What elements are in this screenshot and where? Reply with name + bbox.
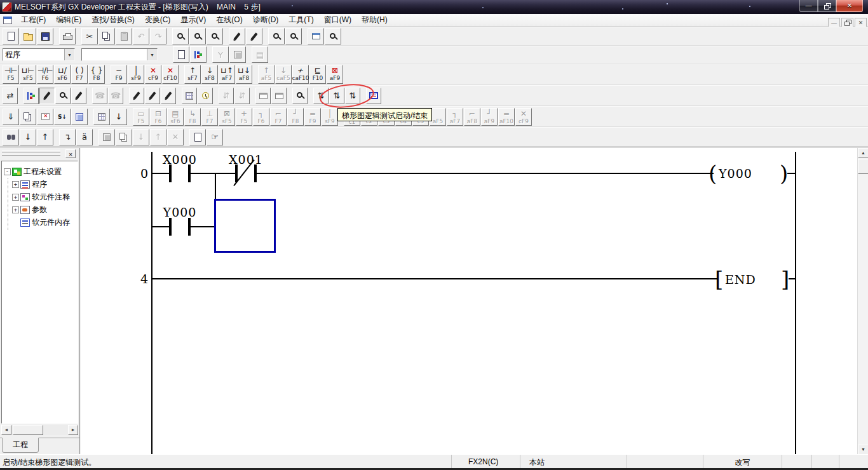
- sfc-branch4-button[interactable]: = aF10: [498, 108, 515, 126]
- delete-vertical-line-button[interactable]: ✕ cF10: [162, 65, 179, 84]
- edit-cursor[interactable]: [214, 199, 276, 253]
- sfc-delete-button[interactable]: ✕ cF9: [515, 108, 532, 126]
- find-button[interactable]: [3, 129, 19, 145]
- window-transfer-button[interactable]: [255, 88, 271, 104]
- note-edit-button[interactable]: [71, 88, 86, 104]
- tree-expander[interactable]: +: [12, 206, 19, 213]
- save-project-button[interactable]: [37, 28, 53, 44]
- scrollbar-thumb[interactable]: [858, 159, 868, 174]
- change-instruction-button[interactable]: ä: [76, 129, 93, 145]
- menu-edit[interactable]: 编辑(E): [51, 13, 86, 27]
- menu-window[interactable]: 窗口(W): [319, 13, 356, 27]
- block-display-button[interactable]: [71, 109, 88, 125]
- step-execute-button[interactable]: ⇵: [219, 88, 234, 104]
- open-project-button[interactable]: [20, 28, 36, 44]
- monitor-start-button[interactable]: [268, 28, 285, 44]
- scroll-down-arrow-icon[interactable]: ▼: [858, 445, 868, 455]
- sfc-selection-button[interactable]: ┐ F6: [253, 108, 269, 126]
- closed-contact-branch-button[interactable]: ⊔/ sF6: [54, 65, 71, 84]
- monitor-write-all-button[interactable]: ⇅: [345, 88, 360, 104]
- sfc-branch2-button[interactable]: ⌐ aF8: [464, 108, 480, 126]
- close-button[interactable]: ✕: [836, 0, 863, 12]
- tree-item-device-memory[interactable]: 软元件内存: [2, 216, 78, 229]
- menu-convert[interactable]: 变换(C): [140, 13, 176, 27]
- mdi-minimize-button[interactable]: —: [828, 18, 840, 27]
- delete-row-button[interactable]: ✕: [167, 129, 184, 145]
- scale-edit-button[interactable]: [145, 88, 160, 104]
- menu-online[interactable]: 在线(O): [211, 13, 247, 27]
- sfc-branch1-button[interactable]: ┐ aF7: [447, 108, 463, 126]
- falling-pulse-branch-button[interactable]: ⊔↓ aF8: [236, 65, 252, 84]
- sfc-jump-button[interactable]: ↳ F8: [184, 108, 201, 126]
- partial-edit-button[interactable]: [161, 88, 176, 104]
- print-button[interactable]: [59, 28, 76, 44]
- find-replace-button[interactable]: [207, 28, 223, 44]
- menu-project[interactable]: 工程(F): [16, 13, 51, 27]
- panel-grip[interactable]: [2, 154, 60, 156]
- coil-button[interactable]: ( ) F7: [71, 65, 88, 84]
- statement-find-button[interactable]: [55, 88, 71, 104]
- rising-pulse-branch-button[interactable]: ⊔↑ aF7: [219, 65, 235, 84]
- shift-up-button[interactable]: ↑ aF5: [258, 65, 275, 84]
- copy-multiple-button[interactable]: [116, 129, 132, 145]
- menu-help[interactable]: 帮助(H): [356, 13, 393, 27]
- horizontal-line-button[interactable]: ─ F9: [111, 65, 127, 84]
- open-contact-button[interactable]: ⊣⊢ F5: [3, 65, 19, 84]
- undo-button[interactable]: ↶: [133, 28, 149, 44]
- clock-monitor-button[interactable]: [198, 88, 213, 104]
- delete-interval-button[interactable]: ⊠ aF9: [327, 65, 343, 84]
- monitor-stop-button[interactable]: [285, 28, 302, 44]
- sfc-parallel-converge-button[interactable]: = F9: [304, 108, 321, 126]
- phone-disconnect-button[interactable]: ☎: [108, 88, 123, 104]
- tree-item-device-comment[interactable]: + 软元件注释: [2, 191, 78, 203]
- redo-button[interactable]: ↷: [150, 28, 166, 44]
- tree-item-parameter[interactable]: + 参数: [2, 203, 78, 216]
- monitor-start-all-button[interactable]: ⇅: [313, 88, 329, 104]
- paste-button[interactable]: [116, 28, 132, 44]
- ladder-write-mode-button[interactable]: [229, 28, 245, 44]
- add-row-button[interactable]: ↑: [150, 129, 166, 145]
- ladder-logic-test-button[interactable]: [366, 88, 381, 104]
- project-data-list-button[interactable]: [190, 46, 207, 63]
- pan-mode-button[interactable]: ☞: [207, 129, 223, 145]
- shift-down-button[interactable]: ↓ caF5: [275, 65, 292, 84]
- sfc-dummy-button[interactable]: ⊠ sF5: [219, 108, 235, 126]
- tree-item-program[interactable]: + 程序: [2, 178, 78, 191]
- tree-expander[interactable]: +: [12, 194, 19, 201]
- rising-pulse-button[interactable]: ↑ sF7: [184, 65, 201, 84]
- comment-display-button[interactable]: [173, 46, 189, 63]
- sfc-transition-button[interactable]: + F5: [236, 108, 252, 126]
- monitor-write-mode-button[interactable]: [246, 28, 262, 44]
- step-interval-button[interactable]: ⇵: [234, 88, 250, 104]
- save-display-button[interactable]: [189, 129, 206, 145]
- mdi-close-button[interactable]: ✕: [855, 18, 867, 27]
- dropdown-arrow-icon[interactable]: [64, 49, 74, 60]
- insert-row-button[interactable]: ↓: [133, 129, 149, 145]
- new-project-button[interactable]: [3, 28, 19, 44]
- ladder-editor[interactable]: 0 X000 X001 Y000 Y000 4: [81, 148, 857, 455]
- menu-tools[interactable]: 工具(T): [283, 13, 318, 27]
- application-instruction-button[interactable]: { } F8: [88, 65, 105, 84]
- plc-transfer-button[interactable]: ⇄: [3, 88, 18, 104]
- find-instruction-button[interactable]: [189, 28, 206, 44]
- delete-horizontal-line-button[interactable]: ✕ cF9: [145, 65, 161, 84]
- mdi-restore-button[interactable]: [841, 18, 853, 27]
- closed-contact-button[interactable]: ⊣/⊢ F6: [37, 65, 53, 84]
- open-contact-branch-button[interactable]: ⊔⊢ sF5: [20, 65, 36, 84]
- program-type-select[interactable]: 程序: [3, 48, 75, 61]
- horizontal-interval-button[interactable]: ⊑ F10: [309, 65, 326, 84]
- device-memory-button[interactable]: [93, 109, 110, 125]
- monitor-stop-all-button[interactable]: ⇅: [329, 88, 344, 104]
- menu-diagnostics[interactable]: 诊断(D): [248, 13, 284, 27]
- panel-grip[interactable]: [2, 151, 60, 152]
- find-next-button[interactable]: ↓: [20, 129, 36, 145]
- window-new-button[interactable]: [271, 88, 287, 104]
- invert-result-button[interactable]: ≁ caF10: [292, 65, 309, 84]
- panel-close-button[interactable]: [65, 149, 76, 158]
- sfc-branch3-button[interactable]: ┘ aF9: [481, 108, 498, 126]
- scroll-left-arrow-icon[interactable]: ◄: [1, 425, 11, 435]
- select-block-button[interactable]: [98, 129, 115, 145]
- scroll-up-arrow-icon[interactable]: ▲: [858, 148, 868, 158]
- jump-button[interactable]: ↴: [59, 129, 76, 145]
- menu-find-replace[interactable]: 查找/替换(S): [86, 13, 139, 27]
